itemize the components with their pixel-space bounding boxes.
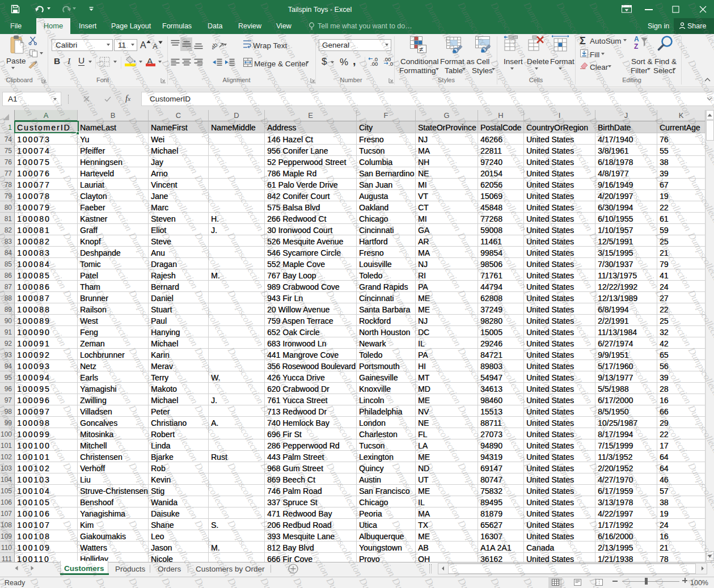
svg-text:ab: ab [212,41,219,49]
svg-text:A: A [634,35,639,43]
svg-text:Z: Z [634,43,638,50]
svg-text:≠: ≠ [420,45,424,53]
